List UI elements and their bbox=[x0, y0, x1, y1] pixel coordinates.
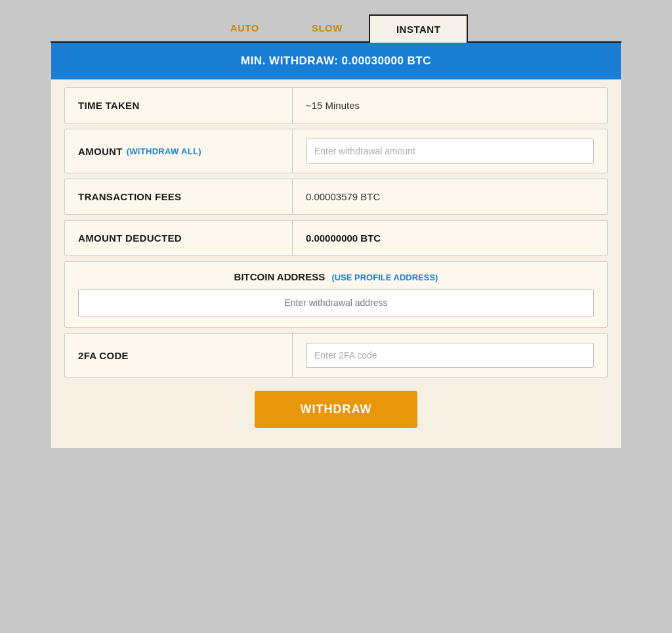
transaction-fees-label: TRANSACTION FEES bbox=[65, 179, 293, 214]
transaction-fees-value: 0.00003579 BTC bbox=[293, 179, 607, 214]
amount-label: AMOUNT (WITHDRAW ALL) bbox=[65, 129, 293, 173]
tabs-container: AUTO SLOW INSTANT bbox=[51, 13, 621, 41]
tab-auto[interactable]: AUTO bbox=[204, 14, 285, 41]
amount-deducted-row: AMOUNT DEDUCTED 0.00000000 BTC bbox=[64, 220, 608, 256]
transaction-fees-row: TRANSACTION FEES 0.00003579 BTC bbox=[64, 179, 608, 215]
tab-instant[interactable]: INSTANT bbox=[369, 14, 468, 43]
address-input-wrapper bbox=[65, 289, 607, 327]
withdraw-button-wrapper: WITHDRAW bbox=[64, 391, 608, 428]
bitcoin-address-section: BITCOIN ADDRESS (USE PROFILE ADDRESS) bbox=[64, 261, 608, 328]
address-input[interactable] bbox=[78, 289, 594, 316]
amount-input-wrapper bbox=[293, 129, 607, 173]
time-taken-row: TIME TAKEN ~15 Minutes bbox=[64, 87, 608, 123]
withdraw-all-link[interactable]: (WITHDRAW ALL) bbox=[127, 146, 201, 156]
amount-deducted-value: 0.00000000 BTC bbox=[293, 221, 607, 255]
amount-input[interactable] bbox=[306, 139, 594, 164]
twofa-label: 2FA CODE bbox=[65, 334, 293, 377]
tab-slow[interactable]: SLOW bbox=[285, 14, 369, 41]
main-container: AUTO SLOW INSTANT MIN. WITHDRAW: 0.00030… bbox=[51, 13, 621, 448]
time-taken-label: TIME TAKEN bbox=[65, 88, 293, 123]
tab-bar: AUTO SLOW INSTANT bbox=[51, 13, 621, 43]
bitcoin-address-label: BITCOIN ADDRESS (USE PROFILE ADDRESS) bbox=[65, 262, 607, 289]
twofa-row: 2FA CODE bbox=[64, 333, 608, 378]
withdraw-button[interactable]: WITHDRAW bbox=[255, 391, 418, 428]
twofa-input-wrapper bbox=[293, 334, 607, 377]
card-header: MIN. WITHDRAW: 0.00030000 BTC bbox=[51, 43, 621, 79]
page-wrapper: AUTO SLOW INSTANT MIN. WITHDRAW: 0.00030… bbox=[0, 0, 672, 633]
time-taken-value: ~15 Minutes bbox=[293, 88, 607, 123]
amount-row: AMOUNT (WITHDRAW ALL) bbox=[64, 129, 608, 173]
tab-divider bbox=[51, 41, 621, 43]
withdrawal-card: MIN. WITHDRAW: 0.00030000 BTC TIME TAKEN… bbox=[51, 43, 621, 448]
use-profile-link[interactable]: (USE PROFILE ADDRESS) bbox=[331, 273, 438, 282]
twofa-input[interactable] bbox=[306, 343, 594, 368]
card-body: TIME TAKEN ~15 Minutes AMOUNT (WITHDRAW … bbox=[51, 79, 621, 448]
min-withdraw-text: MIN. WITHDRAW: 0.00030000 BTC bbox=[241, 55, 431, 67]
amount-deducted-label: AMOUNT DEDUCTED bbox=[65, 221, 293, 255]
